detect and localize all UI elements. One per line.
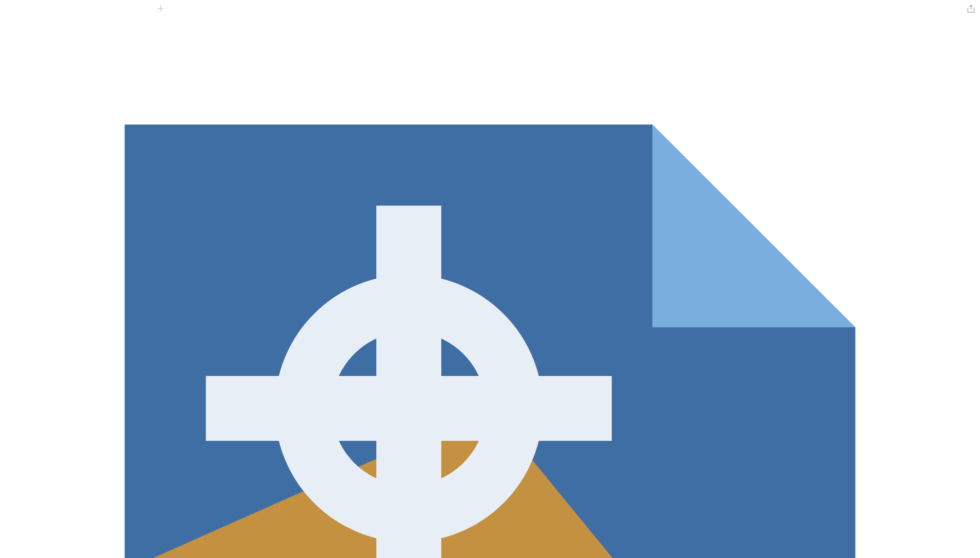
new-drawing-tab-button[interactable]: + [154, 3, 167, 16]
autocad-app-icon [3, 3, 977, 558]
command-share-icon[interactable] [965, 3, 977, 14]
window-title [3, 3, 977, 558]
title-bar [3, 3, 977, 558]
